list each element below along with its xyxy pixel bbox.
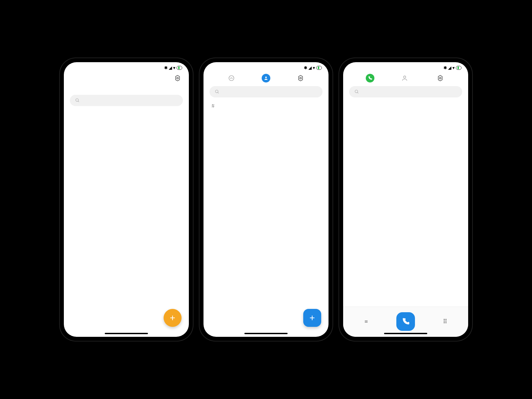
- tab-recent[interactable]: [226, 73, 237, 83]
- settings-icon[interactable]: [295, 73, 306, 83]
- svg-point-10: [404, 76, 406, 78]
- settings-icon[interactable]: [435, 73, 446, 83]
- svg-point-7: [300, 77, 302, 79]
- svg-point-1: [177, 77, 179, 79]
- contacts-filter[interactable]: ⇅: [209, 101, 323, 110]
- signal-icon: ◢: [169, 66, 172, 70]
- phone-dialer: ✱◢▾: [339, 58, 472, 341]
- tab-contacts[interactable]: [399, 73, 410, 83]
- page-title: [64, 85, 189, 93]
- svg-line-14: [357, 92, 358, 93]
- add-contact-button[interactable]: +: [303, 309, 321, 327]
- topbar: [64, 71, 189, 85]
- svg-point-8: [215, 90, 218, 93]
- phone-contacts: ✱◢▾ ⇅: [200, 58, 332, 341]
- svg-line-9: [218, 92, 219, 93]
- home-indicator[interactable]: [105, 333, 148, 334]
- svg-point-12: [440, 77, 441, 79]
- status-bar: ✱◢▾: [343, 62, 468, 71]
- tab-bar: [343, 71, 468, 85]
- home-indicator[interactable]: [244, 333, 288, 334]
- call-button[interactable]: [396, 312, 415, 331]
- recent-calls-list: [343, 101, 468, 307]
- search-icon: [354, 89, 359, 94]
- battery-icon: [316, 66, 322, 70]
- messages-list: [64, 109, 189, 337]
- dialpad-toggle-icon[interactable]: ⠿: [425, 318, 465, 325]
- battery-icon: [456, 66, 462, 70]
- settings-icon[interactable]: [172, 73, 183, 83]
- home-indicator[interactable]: [384, 333, 427, 334]
- battery-icon: [177, 66, 182, 70]
- dialpad: ≡ ⠿: [343, 307, 468, 337]
- compose-button[interactable]: +: [164, 309, 182, 327]
- status-bar: ✱◢▾: [203, 62, 329, 71]
- svg-point-13: [355, 90, 358, 93]
- bluetooth-icon: ✱: [164, 66, 168, 70]
- search-icon: [75, 98, 80, 103]
- menu-icon[interactable]: ≡: [346, 318, 386, 325]
- svg-marker-6: [299, 75, 303, 81]
- search-input[interactable]: [209, 86, 323, 97]
- tab-recent[interactable]: [366, 74, 374, 82]
- status-bar: ✱ ◢ ▾: [64, 62, 189, 71]
- svg-point-5: [265, 76, 267, 78]
- svg-marker-11: [438, 75, 442, 81]
- tab-contacts[interactable]: [262, 74, 270, 82]
- svg-marker-0: [176, 75, 180, 81]
- wifi-icon: ▾: [173, 66, 175, 70]
- favorites-label: [209, 110, 323, 115]
- search-icon: [215, 89, 219, 94]
- tab-bar: [203, 71, 329, 85]
- alphabet-index[interactable]: [322, 129, 327, 304]
- status-icons: ✱ ◢ ▾: [164, 66, 182, 70]
- phone-messages: ✱ ◢ ▾ +: [60, 58, 193, 341]
- contacts-content: ⇅: [203, 101, 329, 337]
- search-input[interactable]: [70, 95, 183, 106]
- status-icons: ✱◢▾: [304, 66, 322, 70]
- svg-line-3: [78, 101, 79, 102]
- status-icons: ✱◢▾: [444, 66, 462, 70]
- svg-point-2: [76, 99, 78, 101]
- search-input[interactable]: [349, 86, 462, 97]
